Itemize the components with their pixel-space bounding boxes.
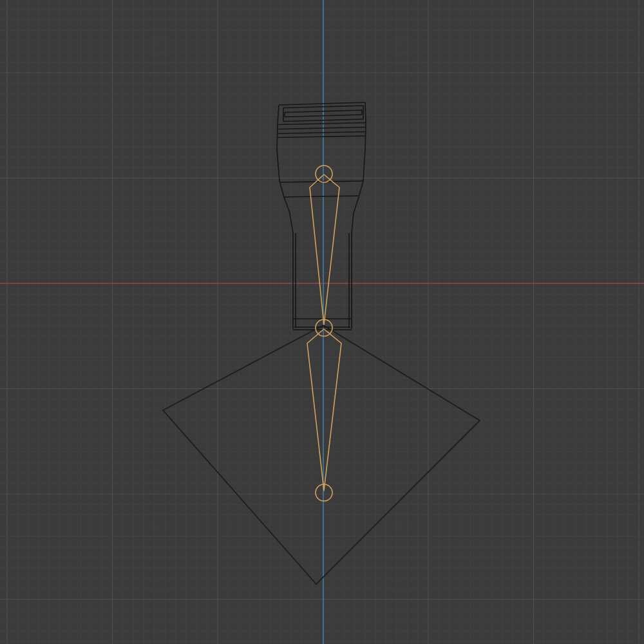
grid-lines xyxy=(0,0,644,644)
diamond-edge xyxy=(163,325,480,584)
axis-lines xyxy=(0,0,644,644)
scene-canvas[interactable] xyxy=(0,0,644,644)
diamond-plane-wireframe[interactable] xyxy=(163,325,480,584)
mesh-edge xyxy=(278,132,366,134)
3d-viewport[interactable] xyxy=(0,0,644,644)
mesh-edge xyxy=(277,105,293,329)
mesh-edge xyxy=(283,196,359,197)
